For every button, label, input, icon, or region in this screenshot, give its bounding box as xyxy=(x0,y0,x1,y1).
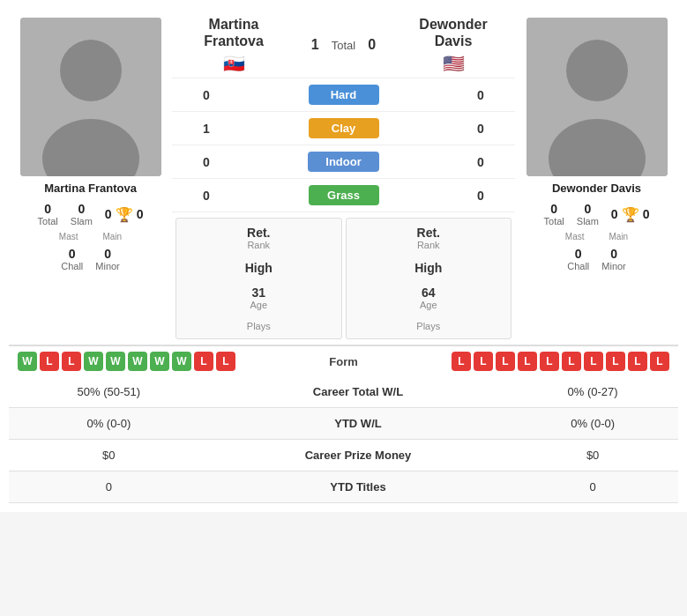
ytd-titles-label: YTD Titles xyxy=(209,471,508,503)
player2-avatar xyxy=(526,18,668,176)
surface-row-hard: 0 Hard 0 xyxy=(172,78,515,112)
surface-indoor-badge: Indoor xyxy=(308,152,378,172)
surface-row-grass: 0 Grass 0 xyxy=(172,179,515,212)
p1-age-block: 31 Age xyxy=(183,286,334,310)
p1-badge-6: W xyxy=(128,352,147,371)
player2-name: Dewonder Davis xyxy=(552,182,641,195)
p1-rank-value: Ret. xyxy=(183,226,334,240)
p2-career-total: 0% (0-27) xyxy=(507,376,678,408)
p2-badge-4: L xyxy=(518,352,537,371)
player1-name-block: MartinaFrantova 🇸🇰 xyxy=(181,16,287,74)
player2-flag: 🇺🇸 xyxy=(400,53,506,74)
p2-ytd-wl: 0% (0-0) xyxy=(507,408,678,440)
stats-table: 50% (50-51) Career Total W/L 0% (0-27) 0… xyxy=(9,376,678,503)
p1-age-value: 31 xyxy=(183,286,334,300)
player1-slam-stat: 0 Slam xyxy=(71,202,93,226)
p2-plays-label: Plays xyxy=(354,321,504,331)
p2-badge-7: L xyxy=(584,352,603,371)
p2-badge-10: L xyxy=(650,352,669,371)
player1-trophy-icon: 🏆 xyxy=(116,206,133,223)
surface-row-clay: 1 Clay 0 xyxy=(172,112,515,145)
bottom-panels: Ret. Rank High 31 Age Plays xyxy=(172,214,515,339)
p2-high-value: High xyxy=(354,261,504,275)
career-total-row: 50% (50-51) Career Total W/L 0% (0-27) xyxy=(9,376,678,408)
p1-badge-7: W xyxy=(150,352,169,371)
p1-plays-block: Plays xyxy=(183,321,334,331)
p1-clay-score: 1 xyxy=(198,122,214,136)
p2-rank-value: Ret. xyxy=(354,226,504,240)
p1-plays-label: Plays xyxy=(183,321,334,331)
p2-age-label: Age xyxy=(354,300,504,310)
player1-total-stat: 0 Total xyxy=(38,202,58,226)
p2-plays-block: Plays xyxy=(354,321,504,331)
p2-clay-score: 0 xyxy=(473,122,489,136)
p2-prize-money: $0 xyxy=(507,440,678,471)
svg-point-4 xyxy=(566,40,628,101)
p1-age-label: Age xyxy=(183,300,334,310)
p2-rank-label: Rank xyxy=(354,240,504,250)
player2-total-stat: 0 Total xyxy=(544,202,564,226)
p2-high-block: High xyxy=(354,261,504,275)
p1-career-total: 50% (50-51) xyxy=(9,376,209,408)
p1-high-block: High xyxy=(183,261,334,275)
player2-card: Dewonder Davis 0 Total 0 Slam 0 🏆 0 Mast xyxy=(515,9,678,339)
career-total-label: Career Total W/L xyxy=(209,376,508,408)
p2-age-value: 64 xyxy=(354,286,504,300)
form-row: W L L W W W W W L L Form L L L L L L L xyxy=(9,346,678,376)
surface-hard-badge: Hard xyxy=(309,85,379,105)
surface-table: 0 Hard 0 1 Clay 0 0 Indoor 0 0 Grass xyxy=(172,78,515,212)
p2-grass-score: 0 xyxy=(473,189,489,203)
p2-badge-6: L xyxy=(562,352,581,371)
player2-mast-row: 0 🏆 0 xyxy=(611,202,650,226)
p2-total-score: 0 xyxy=(368,37,376,53)
player1-avatar xyxy=(20,18,161,176)
p2-hard-score: 0 xyxy=(473,88,489,102)
p1-badge-9: L xyxy=(194,352,213,371)
p1-rank-block: Ret. Rank xyxy=(183,226,334,250)
p1-rank-label: Rank xyxy=(183,240,334,250)
ytd-wl-label: YTD W/L xyxy=(209,408,508,440)
p2-ytd-titles: 0 xyxy=(507,471,678,503)
p1-badge-5: W xyxy=(106,352,125,371)
surface-grass-badge: Grass xyxy=(309,185,379,205)
form-label: Form xyxy=(329,355,358,368)
p1-indoor-score: 0 xyxy=(198,155,214,169)
p2-indoor-score: 0 xyxy=(473,155,489,169)
p1-prize-money: $0 xyxy=(9,440,209,471)
p1-high-value: High xyxy=(183,261,334,275)
p1-badge-2: L xyxy=(40,352,59,371)
prize-money-row: $0 Career Prize Money $0 xyxy=(9,440,678,471)
player1-mast-row: 0 🏆 0 xyxy=(105,202,144,226)
p2-rank-panel: Ret. Rank High 64 Age Plays xyxy=(346,218,512,339)
p1-grass-score: 0 xyxy=(198,189,214,203)
player2-trophy-icon: 🏆 xyxy=(622,206,639,223)
p1-badge-4: W xyxy=(84,352,103,371)
player1-card: Martina Frantova 0 Total 0 Slam 0 🏆 0 Ma… xyxy=(9,9,172,339)
p1-badge-3: L xyxy=(62,352,81,371)
p2-badge-8: L xyxy=(606,352,625,371)
ytd-wl-row: 0% (0-0) YTD W/L 0% (0-0) xyxy=(9,408,678,440)
p2-badge-3: L xyxy=(496,352,515,371)
match-container: Martina Frantova 0 Total 0 Slam 0 🏆 0 Ma… xyxy=(0,0,687,512)
player2-minor-stat: 0 Minor xyxy=(601,247,626,271)
p2-rank-block: Ret. Rank xyxy=(354,226,504,250)
p1-total-score: 1 xyxy=(311,37,319,53)
p1-badge-10: L xyxy=(216,352,235,371)
p1-hard-score: 0 xyxy=(198,88,214,102)
form-section: W L L W W W W W L L Form L L L L L L L xyxy=(9,345,678,376)
player1-stats: 0 Total 0 Slam 0 🏆 0 Mast Main xyxy=(13,202,168,271)
player2-name-center: DewonderDavis xyxy=(400,16,506,49)
p1-form-badges: W L L W W W W W L L xyxy=(18,352,235,371)
center-content: MartinaFrantova 🇸🇰 1 Total 0 DewonderDav… xyxy=(172,9,515,339)
p2-badge-9: L xyxy=(628,352,647,371)
main-top: Martina Frantova 0 Total 0 Slam 0 🏆 0 Ma… xyxy=(9,9,678,339)
prize-money-label: Career Prize Money xyxy=(209,440,508,471)
p1-rank-panel: Ret. Rank High 31 Age Plays xyxy=(175,218,342,339)
total-label: Total xyxy=(332,39,355,52)
p2-badge-5: L xyxy=(540,352,559,371)
player2-chall-stat: 0 Chall xyxy=(567,247,589,271)
names-row: MartinaFrantova 🇸🇰 1 Total 0 DewonderDav… xyxy=(172,9,515,78)
player2-slam-stat: 0 Slam xyxy=(577,202,599,226)
p1-ytd-titles: 0 xyxy=(9,471,209,503)
player2-stats: 0 Total 0 Slam 0 🏆 0 Mast Main xyxy=(519,202,674,271)
